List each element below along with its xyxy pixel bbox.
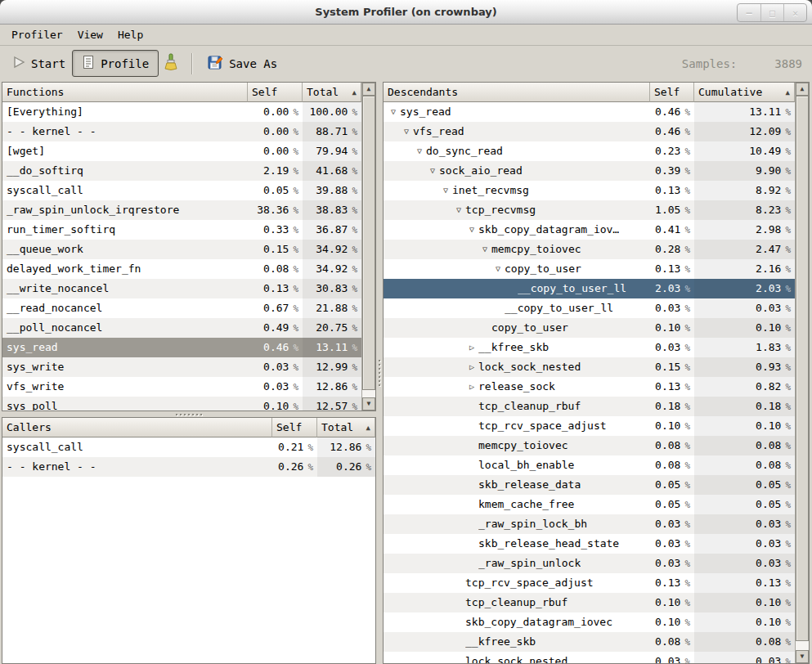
table-row[interactable]: _raw_spin_unlock0.03%0.03%: [384, 554, 795, 573]
cumulative-column-header[interactable]: Cumulative▲: [694, 83, 795, 102]
table-row[interactable]: memcpy_toiovec0.08%0.08%: [384, 436, 795, 455]
minimize-button[interactable]: –: [738, 4, 760, 21]
table-row[interactable]: __poll_nocancel0.49%20.75%: [2, 318, 361, 338]
menu-view[interactable]: View: [70, 25, 110, 44]
scroll-down-button[interactable]: ▼: [796, 650, 809, 663]
table-row[interactable]: run_timer_softirq0.33%36.87%: [2, 220, 361, 240]
table-row[interactable]: ▷__kfree_skb0.03%1.83%: [384, 338, 795, 357]
table-row[interactable]: ▽sock_aio_read0.39%9.90%: [384, 161, 795, 181]
percent-value: 0.03%: [694, 298, 795, 318]
expander-open-icon[interactable]: ▽: [452, 200, 465, 220]
table-row[interactable]: __read_nocancel0.67%21.88%: [2, 298, 361, 318]
table-row[interactable]: skb_copy_datagram_iovec0.10%0.10%: [384, 612, 795, 632]
expander-open-icon[interactable]: ▽: [426, 161, 439, 181]
reset-button[interactable]: [159, 50, 183, 77]
functions-scrollbar[interactable]: ▲ ▼: [361, 83, 375, 411]
table-row[interactable]: ▽copy_to_user0.13%2.16%: [384, 259, 795, 279]
table-row[interactable]: skb_release_data0.05%0.05%: [384, 475, 795, 495]
table-row[interactable]: tcp_cleanup_rbuf0.10%0.10%: [384, 593, 795, 612]
scroll-up-button[interactable]: ▲: [796, 83, 809, 96]
table-row[interactable]: __do_softirq2.19%41.68%: [2, 161, 361, 181]
scroll-up-button[interactable]: ▲: [362, 83, 375, 96]
horizontal-splitter[interactable]: [2, 411, 376, 417]
expander-open-icon[interactable]: ▽: [491, 259, 505, 279]
percent-sign: %: [781, 637, 791, 648]
maximize-button[interactable]: □: [760, 4, 783, 21]
function-name: __poll_nocancel: [2, 318, 248, 338]
table-row[interactable]: syscall_call0.21%12.86%: [2, 437, 375, 457]
scrollbar-thumb[interactable]: [362, 96, 375, 390]
table-row[interactable]: ▷lock_sock_nested0.15%0.93%: [384, 357, 795, 377]
profile-toggle-button[interactable]: Profile: [72, 50, 159, 77]
table-row[interactable]: skb_release_head_state0.03%0.03%: [384, 534, 795, 554]
table-row[interactable]: ▽vfs_read0.46%12.09%: [384, 122, 795, 141]
expander-open-icon[interactable]: ▽: [478, 240, 491, 259]
table-row[interactable]: tcp_cleanup_rbuf0.18%0.18%: [384, 397, 795, 416]
table-row[interactable]: sys_read0.46%13.11%: [2, 338, 361, 357]
table-row[interactable]: lock_sock_nested0.03%0.03%: [384, 652, 795, 663]
expander-open-icon[interactable]: ▽: [439, 181, 452, 200]
functions-panel: Functions Self Total▲ [Everything]0.00%1…: [2, 82, 376, 411]
percent-sign: %: [781, 225, 791, 236]
table-row[interactable]: ▽inet_recvmsg0.13%8.92%: [384, 181, 795, 200]
scrollbar-thumb[interactable]: [796, 96, 809, 641]
table-row[interactable]: ▷release_sock0.13%0.82%: [384, 377, 795, 397]
table-row[interactable]: [Everything]0.00%100.00%: [2, 102, 361, 122]
table-row[interactable]: [wget]0.00%79.94%: [2, 141, 361, 161]
start-button[interactable]: Start: [7, 51, 72, 76]
save-as-button[interactable]: Save As: [201, 50, 284, 78]
tree-name-cell: lock_sock_nested: [384, 652, 650, 663]
table-row[interactable]: kmem_cache_free0.05%0.05%: [384, 495, 795, 514]
descendants-column-header[interactable]: Descendants: [384, 83, 650, 102]
table-row[interactable]: - - kernel - -0.00%88.71%: [2, 122, 361, 141]
table-row[interactable]: tcp_rcv_space_adjust0.13%0.13%: [384, 573, 795, 593]
table-row[interactable]: ▽tcp_recvmsg1.05%8.23%: [384, 200, 795, 220]
table-row[interactable]: __kfree_skb0.08%0.08%: [384, 632, 795, 652]
table-row[interactable]: __write_nocancel0.13%30.83%: [2, 279, 361, 298]
expander-open-icon[interactable]: ▽: [387, 102, 400, 122]
table-row[interactable]: __queue_work0.15%34.92%: [2, 240, 361, 259]
table-row[interactable]: delayed_work_timer_fn0.08%34.92%: [2, 259, 361, 279]
table-row[interactable]: ▽memcpy_toiovec0.28%2.47%: [384, 240, 795, 259]
expander-open-icon[interactable]: ▽: [413, 141, 426, 161]
table-row[interactable]: local_bh_enable0.08%0.08%: [384, 455, 795, 475]
table-row[interactable]: _raw_spin_unlock_irqrestore38.36%38.83%: [2, 200, 361, 220]
table-row[interactable]: sys_write0.03%12.99%: [2, 357, 361, 377]
total-column-header[interactable]: Total▲: [317, 418, 375, 437]
scroll-down-button[interactable]: ▼: [362, 397, 375, 411]
table-row[interactable]: sys_poll0.10%12.57%: [2, 397, 361, 411]
self-column-header[interactable]: Self: [650, 83, 694, 102]
table-row[interactable]: ▽sys_read0.46%13.11%: [384, 102, 795, 122]
close-button[interactable]: ✕: [783, 4, 806, 21]
descendants-scrollbar[interactable]: ▲ ▼: [795, 83, 809, 663]
expander-open-icon[interactable]: ▽: [465, 220, 478, 240]
function-name: lock_sock_nested: [465, 652, 568, 663]
table-row[interactable]: __copy_to_user_ll0.03%0.03%: [384, 298, 795, 318]
expander-closed-icon[interactable]: ▷: [465, 338, 478, 357]
table-row[interactable]: _raw_spin_lock_bh0.03%0.03%: [384, 514, 795, 534]
percent-sign: %: [680, 382, 690, 393]
vertical-splitter[interactable]: [376, 82, 383, 664]
expander-open-icon[interactable]: ▽: [400, 122, 413, 141]
table-row[interactable]: copy_to_user0.10%0.10%: [384, 318, 795, 338]
table-row[interactable]: - - kernel - -0.26%0.26%: [2, 457, 375, 477]
table-row[interactable]: vfs_write0.03%12.86%: [2, 377, 361, 397]
table-row[interactable]: __copy_to_user_ll2.03%2.03%: [384, 279, 795, 298]
table-row[interactable]: syscall_call0.05%39.88%: [2, 181, 361, 200]
expander-closed-icon[interactable]: ▷: [465, 357, 478, 377]
callers-column-header[interactable]: Callers: [2, 418, 272, 437]
save-floppy-icon: [208, 55, 223, 73]
self-column-header[interactable]: Self: [248, 83, 303, 102]
expander-closed-icon[interactable]: ▷: [465, 377, 478, 397]
menu-profiler[interactable]: Profiler: [4, 25, 70, 44]
table-row[interactable]: tcp_rcv_space_adjust0.10%0.10%: [384, 416, 795, 436]
titlebar[interactable]: System Profiler (on crownbay) – □ ✕: [0, 0, 812, 25]
self-column-header[interactable]: Self: [272, 418, 317, 437]
menu-help[interactable]: Help: [110, 25, 150, 44]
table-row[interactable]: ▽skb_copy_datagram_iov…0.41%2.98%: [384, 220, 795, 240]
percent-value: 0.05%: [650, 495, 694, 514]
function-name: _raw_spin_unlock: [478, 554, 581, 573]
table-row[interactable]: ▽do_sync_read0.23%10.49%: [384, 141, 795, 161]
functions-column-header[interactable]: Functions: [2, 83, 248, 102]
total-column-header[interactable]: Total▲: [303, 83, 361, 102]
